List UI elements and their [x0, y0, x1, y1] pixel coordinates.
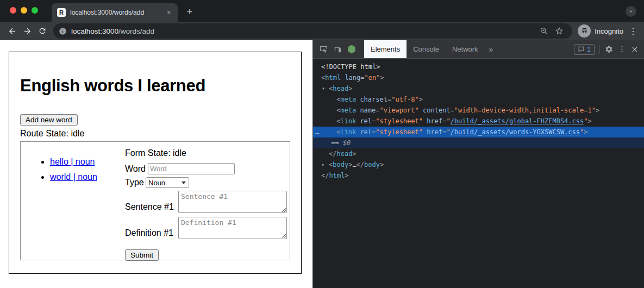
submit-button[interactable]: Submit: [125, 249, 159, 261]
traffic-light-minimize[interactable]: [21, 7, 27, 14]
dom-tree-line[interactable]: </html>: [313, 170, 644, 181]
new-tab-button[interactable]: +: [183, 6, 196, 18]
url-text: localhost:3000/words/add: [71, 27, 536, 35]
site-info-icon[interactable]: [59, 27, 67, 35]
url-path: /words/add: [118, 27, 154, 35]
code-token: rel: [360, 128, 372, 136]
tab-console[interactable]: Console: [407, 40, 446, 58]
code-token: head: [336, 150, 352, 158]
type-label: Type: [125, 178, 146, 187]
code-token: >: [345, 172, 348, 179]
dom-tree-line[interactable]: <html lang="en">: [313, 72, 644, 83]
dom-tree-line[interactable]: <!DOCTYPE html>: [313, 61, 644, 72]
issues-count: 1: [587, 46, 591, 53]
devtools-menu-icon[interactable]: [618, 45, 626, 53]
code-token: content: [423, 107, 451, 114]
code-token: ": [446, 117, 450, 125]
reload-icon[interactable]: [35, 23, 50, 39]
node-icon[interactable]: [345, 42, 359, 57]
code-token: <!DOCTYPE html>: [321, 63, 380, 71]
settings-gear-icon[interactable]: [605, 45, 613, 53]
stylesheet-link[interactable]: /build/_assets/words-YGXSWCSW.css: [451, 128, 580, 136]
dom-tree-line[interactable]: <meta name="viewport" content="width=dev…: [313, 105, 644, 116]
word-link[interactable]: world | noun: [50, 172, 97, 181]
code-token: >: [419, 96, 423, 103]
window-controls: [10, 7, 38, 14]
dom-tree-line[interactable]: <meta charset="utf-8">: [313, 94, 644, 105]
row-actions-icon[interactable]: …: [315, 127, 320, 137]
browser-menu-icon[interactable]: ⋮: [629, 26, 637, 36]
code-token: >: [380, 74, 384, 82]
type-select[interactable]: Noun: [146, 177, 189, 188]
type-row: Type Noun: [125, 177, 290, 188]
expand-arrow-icon[interactable]: ▸: [322, 159, 325, 170]
code-token: body: [333, 161, 348, 168]
url-bar[interactable]: localhost:3000/words/add: [53, 23, 572, 39]
address-bar-row: localhost:3000/words/add Incognito ⋮: [0, 22, 644, 40]
url-host: localhost:3000: [71, 27, 118, 35]
code-token: rel: [360, 117, 372, 125]
code-token: </: [357, 161, 364, 168]
definition-textarea[interactable]: [178, 217, 287, 239]
browser-tab[interactable]: R localhost:3000/words/add ×: [52, 3, 178, 22]
issues-badge[interactable]: 1: [574, 44, 595, 55]
code-token: >: [584, 128, 587, 136]
add-new-word-button[interactable]: Add new word: [20, 114, 78, 126]
devtools-panel: Elements Console Network » 1: [312, 40, 644, 288]
dom-tree-line[interactable]: ▸<body>…</body>: [313, 159, 644, 170]
tab-network[interactable]: Network: [446, 40, 485, 58]
devtools-toolbar: Elements Console Network » 1: [313, 40, 644, 59]
devtools-close-icon[interactable]: [631, 46, 639, 53]
code-token: "width=device-width,initial-scale=1": [454, 107, 596, 114]
page-viewport: English words I learned Add new word Rou…: [0, 40, 312, 288]
code-token: href: [427, 117, 442, 125]
dom-tree-line[interactable]: …<link rel="stylesheet" href="/build/_as…: [313, 127, 644, 137]
dom-tree-line[interactable]: == $0: [313, 137, 644, 148]
sentence-textarea[interactable]: [178, 191, 287, 213]
dom-tree-line[interactable]: <link rel="stylesheet" href="/build/_ass…: [313, 116, 644, 127]
tab-title: localhost:3000/words/add: [70, 9, 165, 16]
code-token: meta: [340, 107, 356, 114]
back-icon[interactable]: [4, 23, 20, 39]
code-token: html: [325, 74, 341, 82]
tab-strip: R localhost:3000/words/add × +: [0, 0, 644, 22]
code-token: </: [321, 172, 329, 179]
word-input[interactable]: [148, 163, 235, 174]
collapse-arrow-icon[interactable]: ▾: [322, 83, 325, 94]
code-token: =: [360, 74, 364, 82]
traffic-light-close[interactable]: [10, 7, 16, 14]
words-panel: hello | noun world | noun Form State: id…: [20, 141, 290, 260]
list-item: hello | noun: [50, 157, 125, 167]
dom-tree-line[interactable]: </head>: [313, 148, 644, 159]
definition-row: Definition #1: [125, 217, 290, 239]
tab-close-icon[interactable]: ×: [165, 8, 173, 17]
stylesheet-link[interactable]: /build/_assets/global-FHZEMBS4.css: [451, 117, 584, 125]
inspect-element-icon[interactable]: [316, 42, 330, 57]
toolbar-divider: [599, 45, 600, 54]
code-token: …: [352, 161, 356, 168]
remix-favicon-icon: R: [57, 8, 66, 17]
device-toolbar-icon[interactable]: [330, 42, 345, 57]
code-token: $0: [343, 139, 351, 147]
bookmark-star-icon[interactable]: [552, 23, 567, 39]
traffic-light-maximize[interactable]: [32, 7, 38, 14]
tab-elements[interactable]: Elements: [364, 40, 407, 58]
dom-tree-line[interactable]: ▾<head>: [313, 83, 644, 94]
type-select-wrap: Noun: [146, 177, 189, 188]
devtools-toolbar-right: 1: [574, 44, 644, 55]
sentence-label: Sentence #1: [125, 202, 178, 213]
code-token: name: [360, 107, 376, 114]
code-token: link: [340, 117, 356, 125]
incognito-label: Incognito: [595, 27, 623, 35]
form-state-text: Form State: idle: [125, 148, 290, 158]
browser-window: R localhost:3000/words/add × + localhost…: [0, 0, 644, 288]
word-label: Word: [125, 164, 148, 174]
code-token: ": [446, 128, 450, 136]
more-tabs-icon[interactable]: »: [485, 40, 498, 58]
forward-icon[interactable]: [20, 23, 35, 39]
incognito-badge[interactable]: Incognito: [578, 24, 623, 37]
zoom-icon[interactable]: [536, 23, 552, 39]
circle-chevron-icon[interactable]: [626, 6, 636, 17]
word-link[interactable]: hello | noun: [50, 157, 95, 166]
code-token: >: [587, 117, 591, 125]
